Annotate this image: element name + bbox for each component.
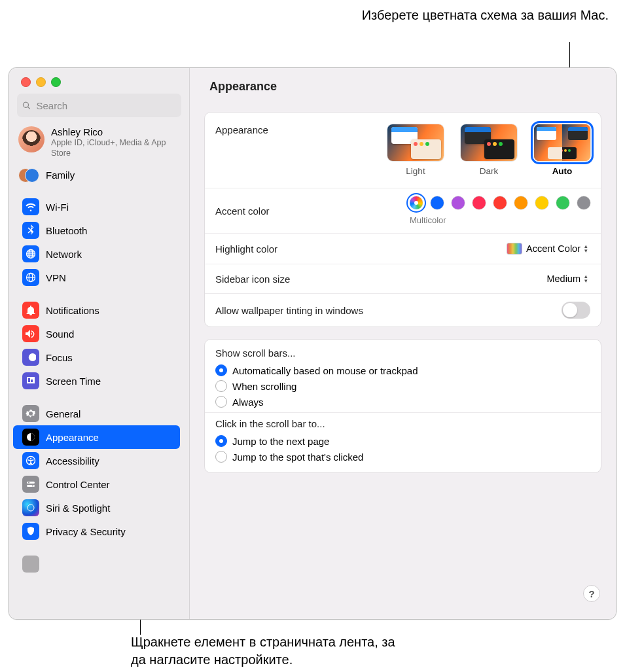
radio-icon bbox=[215, 396, 227, 408]
apple-id-row[interactable]: Ashley Rico Apple ID, iCloud+, Media & A… bbox=[9, 122, 184, 164]
sidebar-item-general[interactable]: General bbox=[13, 402, 180, 425]
light-theme-label: Light bbox=[406, 166, 425, 176]
accent-blue[interactable] bbox=[431, 196, 444, 209]
appearance-option-dark[interactable]: Dark bbox=[461, 124, 517, 176]
family-label: Family bbox=[46, 169, 75, 181]
appearance-row: Appearance Light Dark bbox=[205, 113, 601, 188]
accent-caption: Multicolor bbox=[410, 215, 446, 225]
sidebar-item-label: Wi-Fi bbox=[46, 202, 69, 213]
wallpaper-tinting-toggle[interactable] bbox=[562, 302, 590, 319]
minimize-button[interactable] bbox=[36, 77, 46, 87]
sidebar-item-label: Sound bbox=[46, 328, 74, 340]
radio-label: Always bbox=[232, 397, 264, 408]
accent-yellow[interactable] bbox=[535, 196, 548, 209]
accent-color-label: Accent color bbox=[215, 205, 270, 217]
sidebar-item-focus[interactable]: Focus bbox=[13, 345, 180, 369]
accent-purple[interactable] bbox=[452, 196, 465, 209]
accent-orange[interactable] bbox=[514, 196, 527, 209]
highlight-swatch bbox=[507, 243, 522, 255]
svg-point-9 bbox=[28, 482, 29, 484]
accent-red[interactable] bbox=[493, 196, 507, 209]
search-input[interactable] bbox=[35, 99, 177, 112]
notifications-icon bbox=[22, 302, 39, 319]
scrollbar-click-title: Click in the scroll bar to... bbox=[215, 418, 590, 429]
accent-pink[interactable] bbox=[473, 196, 486, 209]
radio-icon bbox=[215, 364, 227, 376]
svg-point-6 bbox=[30, 458, 31, 459]
accent-green[interactable] bbox=[556, 196, 569, 209]
appearance-option-auto[interactable]: Auto bbox=[534, 124, 590, 176]
svg-point-11 bbox=[27, 504, 34, 511]
scrollbars-option-always[interactable]: Always bbox=[215, 394, 590, 410]
sidebar-item-controlcenter[interactable]: Control Center bbox=[13, 472, 180, 496]
scrollclick-option-spot[interactable]: Jump to the spot that's clicked bbox=[215, 449, 590, 465]
highlight-color-label: Highlight color bbox=[215, 243, 277, 255]
zoom-button[interactable] bbox=[51, 77, 61, 87]
auto-theme-thumbnail bbox=[534, 124, 590, 161]
close-button[interactable] bbox=[21, 77, 31, 87]
sidebar-scroll[interactable]: Ashley Rico Apple ID, iCloud+, Media & A… bbox=[9, 122, 189, 619]
accent-multicolor[interactable] bbox=[410, 196, 423, 209]
sidebar-item-screentime[interactable]: Screen Time bbox=[13, 369, 180, 393]
highlight-color-dropdown[interactable]: Accent Color ▴▾ bbox=[501, 241, 590, 256]
search-field[interactable] bbox=[17, 94, 181, 117]
sidebar-icon-size-dropdown[interactable]: Medium ▴▾ bbox=[541, 272, 590, 285]
sidebar-item-privacy[interactable]: Privacy & Security bbox=[13, 520, 180, 543]
siri-icon bbox=[22, 499, 39, 516]
show-scrollbars-title: Show scroll bars... bbox=[215, 347, 590, 359]
bluetooth-icon bbox=[22, 222, 39, 239]
callout-top: Изберете цветната схема за вашия Mac. bbox=[362, 7, 609, 24]
sidebar-item-accessibility[interactable]: Accessibility bbox=[13, 449, 180, 472]
radio-icon bbox=[215, 451, 227, 463]
family-icon bbox=[18, 166, 39, 183]
avatar bbox=[18, 126, 45, 152]
scrollbars-option-scrolling[interactable]: When scrolling bbox=[215, 378, 590, 394]
help-button[interactable]: ? bbox=[583, 585, 600, 602]
sidebar-item-appearance[interactable]: Appearance bbox=[13, 425, 180, 449]
page-title: Appearance bbox=[190, 68, 616, 101]
search-icon bbox=[22, 101, 31, 111]
light-theme-thumbnail bbox=[387, 124, 444, 161]
sidebar-item-vpn[interactable]: VPN bbox=[13, 266, 180, 289]
radio-label: Jump to the spot that's clicked bbox=[232, 451, 363, 463]
sidebar-item-label: Focus bbox=[46, 352, 73, 363]
sidebar-item-sound[interactable]: Sound bbox=[13, 322, 180, 345]
sidebar-item-label: Notifications bbox=[46, 305, 99, 316]
accent-color-options bbox=[410, 196, 590, 209]
sidebar-item-network[interactable]: Network bbox=[13, 242, 180, 266]
sidebar-item-label: Screen Time bbox=[46, 376, 101, 387]
system-settings-window: Ashley Rico Apple ID, iCloud+, Media & A… bbox=[9, 67, 616, 620]
sidebar-item-notifications[interactable]: Notifications bbox=[13, 298, 180, 322]
sidebar-item-label: General bbox=[46, 408, 80, 419]
sidebar-icon-size-row: Sidebar icon size Medium ▴▾ bbox=[205, 264, 601, 294]
sidebar-item-siri[interactable]: Siri & Spotlight bbox=[13, 496, 180, 520]
family-row[interactable]: Family bbox=[9, 164, 184, 186]
wallpaper-tinting-label: Allow wallpaper tinting in windows bbox=[215, 305, 363, 316]
sidebar-item-label: Bluetooth bbox=[46, 225, 87, 236]
scrollbars-option-auto[interactable]: Automatically based on mouse or trackpad bbox=[215, 363, 590, 378]
focus-icon bbox=[22, 349, 39, 366]
dark-theme-label: Dark bbox=[480, 166, 499, 176]
auto-theme-label: Auto bbox=[552, 166, 573, 176]
accent-graphite[interactable] bbox=[577, 196, 590, 209]
svg-rect-8 bbox=[27, 485, 35, 487]
appearance-card: Appearance Light Dark bbox=[204, 112, 601, 327]
sidebar-item-bluetooth[interactable]: Bluetooth bbox=[13, 219, 180, 242]
appearance-icon bbox=[22, 429, 39, 446]
network-icon bbox=[22, 245, 39, 262]
user-name: Ashley Rico bbox=[51, 126, 177, 137]
highlight-value: Accent Color bbox=[526, 243, 580, 254]
sidebar-item-wifi[interactable]: Wi-Fi bbox=[13, 195, 180, 219]
privacy-icon bbox=[22, 523, 39, 540]
radio-label: Jump to the next page bbox=[232, 436, 329, 447]
sound-icon bbox=[22, 325, 39, 342]
sidebar-item-label: Control Center bbox=[46, 479, 110, 490]
gear-icon bbox=[22, 405, 39, 422]
sidebar-item-label: VPN bbox=[46, 272, 66, 283]
controlcenter-icon bbox=[22, 476, 39, 493]
accent-color-row: Accent color Mul bbox=[205, 188, 601, 234]
dark-theme-thumbnail bbox=[461, 124, 517, 161]
scrollclick-option-nextpage[interactable]: Jump to the next page bbox=[215, 433, 590, 449]
radio-icon bbox=[215, 435, 227, 447]
appearance-option-light[interactable]: Light bbox=[387, 124, 444, 176]
